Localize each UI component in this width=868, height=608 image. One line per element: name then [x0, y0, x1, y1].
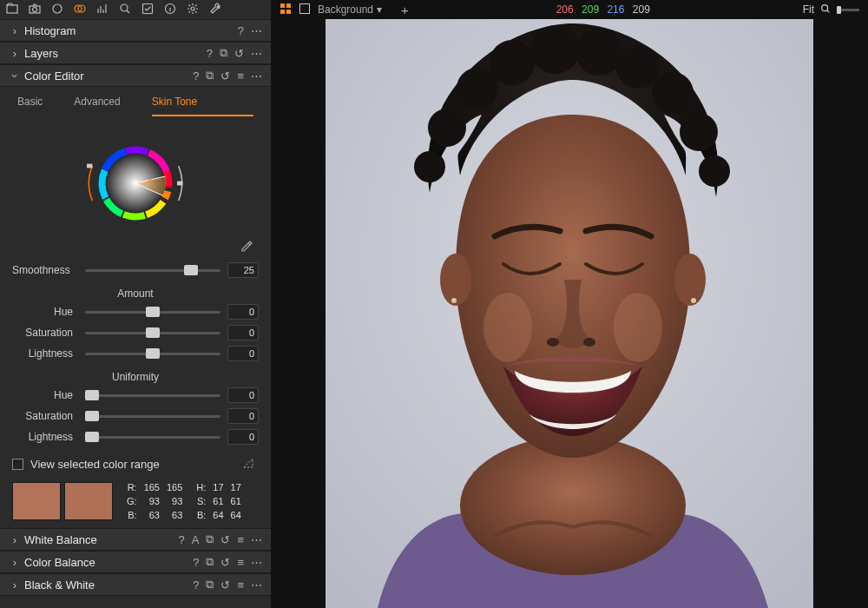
- lens-icon[interactable]: [50, 2, 64, 18]
- library-icon[interactable]: [5, 2, 19, 18]
- tab-advanced[interactable]: Advanced: [74, 96, 120, 116]
- reset-icon[interactable]: ↺: [220, 69, 230, 83]
- svg-point-45: [680, 113, 718, 151]
- svg-rect-25: [87, 164, 92, 169]
- view-range-checkbox[interactable]: [12, 459, 23, 470]
- more-icon[interactable]: ⋯: [251, 555, 262, 569]
- smoothness-slider[interactable]: Smoothness 25: [0, 260, 271, 281]
- add-icon[interactable]: +: [401, 3, 409, 17]
- amount-hue-slider[interactable]: Hue 0: [0, 301, 271, 322]
- svg-point-2: [33, 7, 37, 11]
- more-icon[interactable]: ⋯: [251, 46, 262, 60]
- copy-icon[interactable]: ⧉: [206, 69, 214, 83]
- reset-icon[interactable]: ↺: [234, 46, 244, 60]
- panel-histogram-header[interactable]: › Histogram ? ⋯: [0, 19, 271, 42]
- tab-basic[interactable]: Basic: [17, 96, 43, 116]
- help-icon[interactable]: ?: [193, 578, 199, 591]
- more-icon[interactable]: ⋯: [251, 24, 262, 37]
- panel-white-balance-header[interactable]: › White Balance ? A ⧉ ↺ ≡ ⋯: [0, 528, 271, 551]
- zoom-slider[interactable]: [837, 9, 859, 11]
- triangle-picker-icon[interactable]: [241, 456, 255, 473]
- uniformity-label: Uniformity: [0, 364, 271, 385]
- copy-icon[interactable]: ⧉: [206, 578, 214, 591]
- panel-black-white-header[interactable]: › Black & White ? ⧉ ↺ ≡ ⋯: [0, 573, 271, 596]
- help-icon[interactable]: ?: [193, 555, 199, 569]
- chevron-down-icon: ›: [9, 69, 22, 82]
- tool-toolbar: [0, 0, 271, 19]
- menu-icon[interactable]: ≡: [237, 555, 244, 569]
- swatch-after[interactable]: [64, 482, 113, 520]
- uniformity-hue-slider[interactable]: Hue 0: [0, 385, 271, 406]
- background-select[interactable]: Background ▾: [318, 3, 382, 16]
- eyedropper-icon[interactable]: [240, 240, 253, 256]
- svg-rect-24: [177, 182, 182, 186]
- more-icon[interactable]: ⋯: [251, 578, 262, 591]
- rgb-readout: 206 209 216 209: [556, 3, 655, 16]
- copy-icon[interactable]: ⧉: [220, 46, 227, 60]
- viewer-toolbar: Background ▾ + 206 209 216 209 Fit: [271, 0, 868, 19]
- zoom-icon[interactable]: [819, 3, 832, 17]
- svg-point-38: [428, 109, 466, 147]
- fit-label[interactable]: Fit: [803, 3, 814, 16]
- color-wheel[interactable]: [66, 127, 205, 240]
- levels-icon[interactable]: [95, 2, 109, 18]
- image-viewer: Background ▾ + 206 209 216 209 Fit: [271, 0, 868, 608]
- panel-title: White Balance: [21, 533, 179, 546]
- svg-point-47: [699, 155, 730, 187]
- more-icon[interactable]: ⋯: [251, 69, 262, 83]
- reset-icon[interactable]: ↺: [220, 555, 230, 569]
- svg-point-36: [451, 298, 457, 303]
- svg-rect-26: [280, 3, 285, 8]
- help-icon[interactable]: ?: [193, 69, 199, 83]
- uniformity-lightness-slider[interactable]: Lightness 0: [0, 426, 271, 447]
- copy-icon[interactable]: ⧉: [206, 532, 214, 546]
- panel-title: Layers: [21, 47, 207, 60]
- svg-rect-30: [300, 3, 310, 13]
- menu-icon[interactable]: ≡: [237, 578, 244, 591]
- tab-skin-tone[interactable]: Skin Tone: [152, 96, 253, 116]
- chevron-right-icon: ›: [9, 578, 21, 591]
- color-icon[interactable]: [73, 2, 87, 18]
- swatch-before[interactable]: [12, 482, 61, 520]
- svg-point-23: [148, 179, 153, 183]
- view-range-label: View selected color range: [30, 458, 160, 471]
- color-editor-body: Basic Advanced Skin Tone: [0, 87, 271, 528]
- amount-saturation-slider[interactable]: Saturation 0: [0, 322, 271, 343]
- info-icon[interactable]: [163, 2, 177, 18]
- help-icon[interactable]: ?: [238, 24, 244, 37]
- search-icon[interactable]: [118, 2, 132, 18]
- amount-lightness-slider[interactable]: Lightness 0: [0, 343, 271, 364]
- auto-icon[interactable]: A: [192, 532, 200, 546]
- canvas[interactable]: [271, 19, 868, 608]
- reset-icon[interactable]: ↺: [220, 578, 230, 591]
- svg-point-6: [121, 4, 128, 11]
- panel-title: Color Balance: [21, 556, 193, 569]
- camera-icon[interactable]: [28, 2, 42, 18]
- svg-rect-7: [143, 3, 153, 13]
- uniformity-saturation-slider[interactable]: Saturation 0: [0, 406, 271, 426]
- reset-icon[interactable]: ↺: [220, 532, 230, 546]
- svg-point-41: [531, 25, 580, 74]
- grid-icon[interactable]: [279, 3, 292, 17]
- chevron-right-icon: ›: [9, 533, 21, 546]
- panel-layers-header[interactable]: › Layers ? ⧉ ↺ ⋯: [0, 42, 271, 64]
- chevron-right-icon: ›: [9, 24, 21, 37]
- chevron-right-icon: ›: [9, 556, 21, 569]
- wrench-icon[interactable]: [208, 2, 222, 18]
- menu-icon[interactable]: ≡: [237, 69, 244, 83]
- gear-icon[interactable]: [186, 2, 200, 18]
- help-icon[interactable]: ?: [179, 532, 185, 546]
- single-icon[interactable]: [299, 3, 311, 17]
- more-icon[interactable]: ⋯: [251, 532, 262, 546]
- svg-point-44: [652, 72, 694, 114]
- panel-color-balance-header[interactable]: › Color Balance ? ⧉ ↺ ≡ ⋯: [0, 551, 271, 573]
- help-icon[interactable]: ?: [207, 46, 213, 60]
- menu-icon[interactable]: ≡: [237, 532, 244, 546]
- copy-icon[interactable]: ⧉: [206, 555, 214, 569]
- svg-rect-27: [286, 3, 291, 8]
- svg-point-50: [483, 293, 532, 362]
- panel-color-editor-header[interactable]: › Color Editor ? ⧉ ↺ ≡ ⋯: [0, 64, 271, 87]
- svg-point-9: [191, 7, 194, 10]
- check-icon[interactable]: [141, 2, 155, 18]
- svg-point-35: [674, 254, 706, 306]
